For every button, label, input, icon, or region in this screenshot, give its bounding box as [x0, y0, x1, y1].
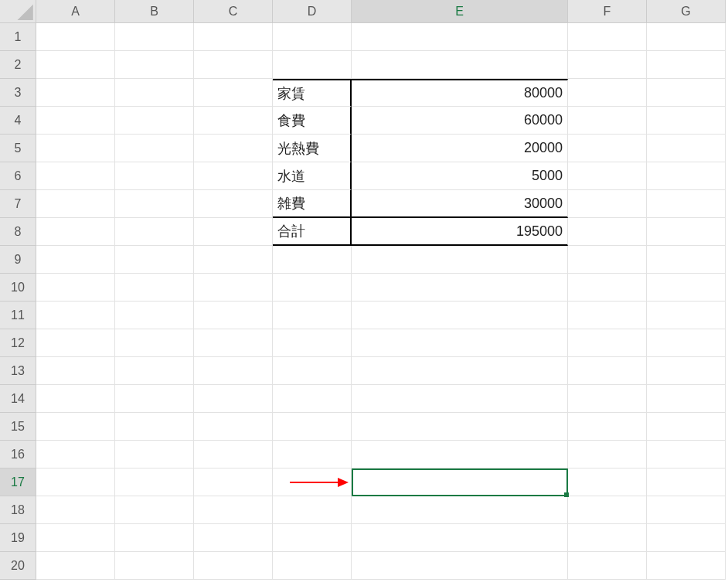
row-header-16[interactable]: 16 — [0, 441, 36, 468]
cell-D7[interactable]: 雑費 — [273, 190, 352, 218]
cell-E8[interactable]: 195000 — [352, 218, 568, 246]
cell-E3[interactable]: 80000 — [352, 79, 568, 107]
cell-G4[interactable] — [647, 107, 726, 135]
row-header-2[interactable]: 2 — [0, 51, 36, 79]
col-header-A[interactable]: A — [36, 0, 115, 23]
cell-E6[interactable]: 5000 — [352, 162, 568, 190]
cell-D8[interactable]: 合計 — [273, 218, 352, 246]
row-header-8[interactable]: 8 — [0, 218, 36, 246]
cell-G5[interactable] — [647, 135, 726, 162]
cell-C10[interactable] — [194, 274, 273, 302]
cell-B8[interactable] — [115, 218, 194, 246]
cell-G16[interactable] — [647, 441, 726, 468]
cell-D12[interactable] — [273, 329, 352, 357]
cell-F20[interactable] — [568, 552, 647, 580]
cell-F3[interactable] — [568, 79, 647, 107]
cell-B16[interactable] — [115, 441, 194, 468]
cell-A7[interactable] — [36, 190, 115, 218]
cell-F1[interactable] — [568, 23, 647, 51]
cell-F15[interactable] — [568, 413, 647, 441]
cell-E15[interactable] — [352, 413, 568, 441]
cell-G2[interactable] — [647, 51, 726, 79]
cell-A2[interactable] — [36, 51, 115, 79]
cell-G12[interactable] — [647, 329, 726, 357]
cell-C5[interactable] — [194, 135, 273, 162]
cell-B2[interactable] — [115, 51, 194, 79]
cell-G17[interactable] — [647, 468, 726, 496]
cell-E7[interactable]: 30000 — [352, 190, 568, 218]
cell-A13[interactable] — [36, 357, 115, 385]
cell-C13[interactable] — [194, 357, 273, 385]
cell-F18[interactable] — [568, 496, 647, 524]
cell-B10[interactable] — [115, 274, 194, 302]
cell-F16[interactable] — [568, 441, 647, 468]
row-header-9[interactable]: 9 — [0, 246, 36, 274]
cell-G6[interactable] — [647, 162, 726, 190]
cell-B4[interactable] — [115, 107, 194, 135]
cell-A8[interactable] — [36, 218, 115, 246]
cell-E19[interactable] — [352, 524, 568, 552]
cell-F17[interactable] — [568, 468, 647, 496]
cell-C3[interactable] — [194, 79, 273, 107]
row-header-1[interactable]: 1 — [0, 23, 36, 51]
cell-E10[interactable] — [352, 274, 568, 302]
cell-A17[interactable] — [36, 468, 115, 496]
cell-E4[interactable]: 60000 — [352, 107, 568, 135]
col-header-F[interactable]: F — [568, 0, 647, 23]
cell-B1[interactable] — [115, 23, 194, 51]
cell-C18[interactable] — [194, 496, 273, 524]
cell-D6[interactable]: 水道 — [273, 162, 352, 190]
cell-D18[interactable] — [273, 496, 352, 524]
row-header-18[interactable]: 18 — [0, 496, 36, 524]
cell-B17[interactable] — [115, 468, 194, 496]
cell-C12[interactable] — [194, 329, 273, 357]
row-header-14[interactable]: 14 — [0, 385, 36, 413]
cell-F4[interactable] — [568, 107, 647, 135]
cell-A12[interactable] — [36, 329, 115, 357]
cell-D16[interactable] — [273, 441, 352, 468]
cell-D9[interactable] — [273, 246, 352, 274]
cell-C19[interactable] — [194, 524, 273, 552]
cell-A1[interactable] — [36, 23, 115, 51]
cell-C6[interactable] — [194, 162, 273, 190]
cell-G18[interactable] — [647, 496, 726, 524]
cell-A11[interactable] — [36, 302, 115, 329]
row-header-15[interactable]: 15 — [0, 413, 36, 441]
cell-B14[interactable] — [115, 385, 194, 413]
row-header-10[interactable]: 10 — [0, 274, 36, 302]
cell-B13[interactable] — [115, 357, 194, 385]
cell-E9[interactable] — [352, 246, 568, 274]
row-header-11[interactable]: 11 — [0, 302, 36, 329]
cell-B19[interactable] — [115, 524, 194, 552]
cell-E11[interactable] — [352, 302, 568, 329]
cell-B3[interactable] — [115, 79, 194, 107]
cell-F7[interactable] — [568, 190, 647, 218]
cell-B11[interactable] — [115, 302, 194, 329]
cell-G15[interactable] — [647, 413, 726, 441]
cell-G3[interactable] — [647, 79, 726, 107]
cell-F11[interactable] — [568, 302, 647, 329]
cell-D1[interactable] — [273, 23, 352, 51]
cell-D15[interactable] — [273, 413, 352, 441]
cell-F19[interactable] — [568, 524, 647, 552]
cell-F6[interactable] — [568, 162, 647, 190]
cell-E2[interactable] — [352, 51, 568, 79]
cell-B20[interactable] — [115, 552, 194, 580]
cell-G1[interactable] — [647, 23, 726, 51]
cell-C15[interactable] — [194, 413, 273, 441]
cell-G13[interactable] — [647, 357, 726, 385]
cell-D13[interactable] — [273, 357, 352, 385]
cell-E18[interactable] — [352, 496, 568, 524]
cell-E5[interactable]: 20000 — [352, 135, 568, 162]
cell-G7[interactable] — [647, 190, 726, 218]
cell-A9[interactable] — [36, 246, 115, 274]
cell-C8[interactable] — [194, 218, 273, 246]
cell-D20[interactable] — [273, 552, 352, 580]
cell-A4[interactable] — [36, 107, 115, 135]
row-header-4[interactable]: 4 — [0, 107, 36, 135]
cell-B15[interactable] — [115, 413, 194, 441]
cell-A14[interactable] — [36, 385, 115, 413]
cell-E17[interactable] — [352, 468, 568, 496]
row-header-3[interactable]: 3 — [0, 79, 36, 107]
cell-G20[interactable] — [647, 552, 726, 580]
